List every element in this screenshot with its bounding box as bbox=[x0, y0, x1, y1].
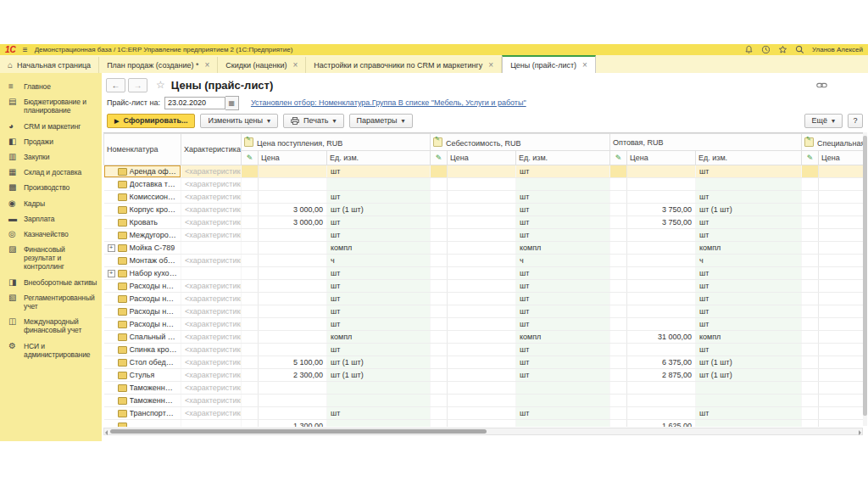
price-cell[interactable] bbox=[627, 280, 696, 293]
characteristic-cell[interactable]: <характеристики ... bbox=[181, 216, 242, 229]
nomenclature-cell[interactable]: Расходы на хра... bbox=[104, 305, 181, 318]
nomenclature-cell[interactable]: Таможенные по... bbox=[104, 382, 181, 395]
edit-marker-cell[interactable] bbox=[610, 382, 627, 395]
close-icon[interactable] bbox=[293, 61, 298, 70]
unit-cell[interactable]: компл bbox=[516, 242, 610, 255]
close-icon[interactable] bbox=[582, 61, 587, 70]
characteristic-cell[interactable]: <характеристики ... bbox=[181, 229, 242, 242]
nomenclature-cell[interactable]: Междугородные... bbox=[104, 229, 181, 242]
nomenclature-cell[interactable]: Кровать bbox=[104, 216, 181, 229]
unit-cell[interactable]: шт bbox=[327, 280, 431, 293]
price-cell[interactable] bbox=[627, 305, 696, 318]
table-row[interactable]: Доставка товара<характеристики ... bbox=[104, 178, 864, 191]
edit-marker-cell[interactable] bbox=[242, 280, 259, 293]
forward-button[interactable] bbox=[128, 78, 147, 92]
price-cell[interactable] bbox=[448, 420, 516, 428]
table-row[interactable]: Аренда офиса<характеристики ...штштшт bbox=[104, 165, 864, 178]
price-cell[interactable] bbox=[627, 344, 696, 356]
table-row[interactable]: Таможенные сб...<характеристики ... bbox=[104, 395, 864, 407]
price-cell[interactable] bbox=[259, 395, 327, 407]
edit-marker-cell[interactable] bbox=[610, 191, 627, 204]
sidebar-item[interactable]: ▤Бюджетирование и планирование bbox=[0, 94, 102, 118]
unit-cell[interactable] bbox=[516, 420, 610, 428]
edit-marker-cell[interactable] bbox=[610, 356, 627, 369]
edit-marker-cell[interactable] bbox=[242, 242, 259, 255]
nomenclature-cell[interactable]: Расходы на рек... bbox=[104, 280, 181, 293]
characteristic-cell[interactable]: <характеристики ... bbox=[181, 178, 242, 191]
subheader-price[interactable]: Цена bbox=[627, 151, 696, 165]
edit-marker-cell[interactable] bbox=[802, 216, 819, 229]
sidebar-item[interactable]: ≡Главное bbox=[0, 79, 102, 94]
sidebar-item[interactable]: ▬Зарплата bbox=[0, 211, 102, 227]
print-button[interactable]: Печать bbox=[283, 114, 344, 128]
nomenclature-cell[interactable]: Мойка С-789 bbox=[104, 242, 181, 255]
price-cell[interactable] bbox=[819, 229, 863, 242]
characteristic-cell[interactable]: <характеристики ... bbox=[181, 356, 242, 369]
price-cell[interactable] bbox=[448, 318, 516, 331]
edit-marker-cell[interactable] bbox=[802, 267, 819, 280]
tab[interactable]: Настройки и справочники по CRM и маркети… bbox=[306, 57, 502, 73]
table-row[interactable]: Расходы на рек...<характеристики ...штшт… bbox=[104, 280, 864, 293]
subheader-unit[interactable]: Ед. изм. bbox=[516, 151, 610, 165]
vertical-scrollbar[interactable] bbox=[863, 132, 867, 426]
unit-cell[interactable]: ч bbox=[327, 255, 431, 267]
unit-cell[interactable]: компл bbox=[327, 242, 431, 255]
unit-cell[interactable]: шт bbox=[516, 369, 610, 382]
edit-marker-cell[interactable] bbox=[431, 420, 448, 428]
table-row[interactable]: Стулья<характеристики ...2 300,00шт (1 ш… bbox=[104, 369, 864, 382]
nomenclature-cell[interactable]: Комиссионное в... bbox=[104, 191, 181, 204]
price-cell[interactable] bbox=[448, 280, 516, 293]
unit-cell[interactable] bbox=[696, 395, 802, 407]
unit-cell[interactable]: шт bbox=[516, 318, 610, 331]
unit-cell[interactable]: ч bbox=[516, 255, 610, 267]
edit-marker-cell[interactable] bbox=[802, 255, 819, 267]
edit-marker-cell[interactable] bbox=[242, 420, 259, 428]
price-cell[interactable] bbox=[819, 242, 863, 255]
price-cell[interactable]: 3 000,00 bbox=[259, 216, 327, 229]
unit-cell[interactable]: шт (1 шт) bbox=[327, 204, 431, 216]
sidebar-item[interactable]: ▩Производство bbox=[0, 180, 102, 195]
edit-marker-cell[interactable] bbox=[610, 293, 627, 305]
unit-cell[interactable]: шт bbox=[696, 344, 802, 356]
price-cell[interactable]: 5 100,00 bbox=[259, 356, 327, 369]
table-row[interactable]: Мойка С-789комплкомплкомпл bbox=[104, 242, 864, 255]
unit-cell[interactable]: шт bbox=[516, 204, 610, 216]
price-cell[interactable] bbox=[448, 255, 516, 267]
edit-marker-cell[interactable] bbox=[802, 293, 819, 305]
price-cell[interactable]: 1 625,00 bbox=[627, 420, 696, 428]
unit-cell[interactable]: шт bbox=[696, 305, 802, 318]
characteristic-cell[interactable]: <характеристики ... bbox=[181, 344, 242, 356]
scroll-left-icon[interactable] bbox=[105, 430, 108, 435]
price-cell[interactable] bbox=[259, 242, 327, 255]
characteristic-cell[interactable] bbox=[181, 267, 242, 280]
nomenclature-cell[interactable]: Спинка кровати bbox=[104, 344, 181, 356]
unit-cell[interactable]: шт bbox=[327, 318, 431, 331]
edit-marker-cell[interactable] bbox=[242, 305, 259, 318]
unit-cell[interactable]: шт bbox=[327, 165, 431, 178]
price-cell[interactable] bbox=[448, 267, 516, 280]
unit-cell[interactable]: шт bbox=[516, 305, 610, 318]
unit-cell[interactable] bbox=[327, 395, 431, 407]
price-cell[interactable] bbox=[819, 356, 863, 369]
edit-marker-cell[interactable] bbox=[431, 344, 448, 356]
price-cell[interactable] bbox=[259, 331, 327, 344]
edit-marker-cell[interactable] bbox=[802, 318, 819, 331]
price-cell[interactable] bbox=[819, 204, 863, 216]
favorites-icon[interactable] bbox=[778, 45, 787, 54]
price-cell[interactable] bbox=[448, 229, 516, 242]
edit-marker-cell[interactable] bbox=[242, 165, 259, 178]
price-cell[interactable] bbox=[259, 267, 327, 280]
price-cell[interactable] bbox=[819, 344, 863, 356]
unit-cell[interactable]: шт bbox=[516, 280, 610, 293]
edit-marker-cell[interactable] bbox=[610, 305, 627, 318]
price-cell[interactable] bbox=[819, 407, 863, 420]
characteristic-cell[interactable]: <характеристики ... bbox=[181, 204, 242, 216]
subheader-unit[interactable]: Ед. изм. bbox=[696, 151, 802, 165]
price-cell[interactable] bbox=[448, 178, 516, 191]
price-cell[interactable] bbox=[819, 420, 863, 428]
price-cell[interactable] bbox=[448, 191, 516, 204]
edit-marker-cell[interactable] bbox=[610, 216, 627, 229]
price-cell[interactable] bbox=[819, 369, 863, 382]
nomenclature-cell[interactable]: Спальный гарни... bbox=[104, 331, 181, 344]
characteristic-cell[interactable]: <характеристики ... bbox=[181, 255, 242, 267]
